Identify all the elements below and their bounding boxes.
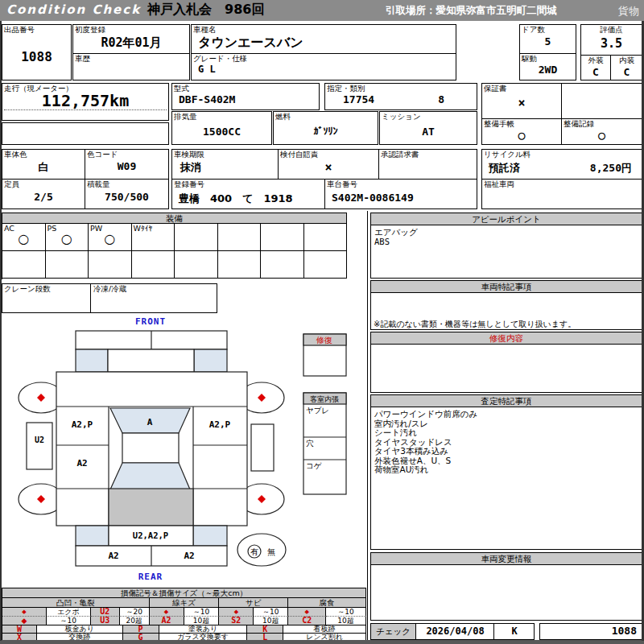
grade-value: G L — [198, 64, 216, 75]
appeal-points-section: アピールポイント エアバッグ ABS — [370, 213, 642, 279]
transmission-cell: ミッション AT — [379, 111, 477, 145]
maintenance-book-value: ○ — [482, 128, 561, 142]
freezer-half: 冷凍/冷蔵 — [92, 284, 217, 312]
presence-ellipse — [237, 534, 286, 566]
lot-number-cell: 出品番号 1088 — [2, 24, 72, 80]
capacity-label: 定員 — [4, 180, 19, 190]
insurance-value: × — [279, 160, 378, 175]
front-left-door-mark: A2,P — [72, 419, 93, 430]
exterior-interior-cell: 外装 C 内装 C — [580, 55, 642, 80]
equipment-cell-empty — [89, 251, 132, 279]
vehicle-notes-section: 車両特記事項 ※記載のない書類・機器等は無しとして取り扱います。 — [370, 280, 642, 330]
damage-legend-table: 損傷記号＆損傷サイズ（～最大cm） 凸凹・亀裂 線キズ サビ 腐食 ◆ エクボ … — [2, 588, 366, 625]
legend-value: ～10 — [254, 608, 288, 617]
drive-value: 2WD — [520, 64, 576, 76]
cargo-roof — [109, 489, 193, 526]
doors-label: ドア数 — [522, 25, 545, 35]
class-number: 17754 — [343, 93, 374, 105]
welfare-vehicle-cell: 福祉車両 — [481, 179, 642, 209]
chassis-number-value: S402M-0086149 — [332, 192, 414, 204]
color-code-cell: 色コード W09 — [85, 149, 169, 180]
change-info-header: 車両変更情報 — [371, 553, 642, 565]
body-color-value: 白 — [2, 160, 85, 175]
vehicle-notes-body: ※記載のない書類・機器等は無しとして取り扱います。 — [371, 293, 642, 330]
drive-cell: 駆動 2WD — [519, 53, 576, 80]
registration-number-cell: 登録番号 豊橋 400 て 1918 — [171, 179, 325, 209]
legend-group-scratch: 線キズ — [150, 598, 220, 608]
equipment-title: 装備 — [166, 213, 183, 223]
interior-trim-title: 客室内張 — [310, 395, 339, 403]
grade-cell: グレード・仕様 G L — [191, 53, 456, 80]
mileage-extra-cell — [2, 122, 169, 145]
condition-check-sheet: Condition Check 神戸入札会 986回 引取場所：愛知県弥富市五明… — [0, 0, 644, 644]
doors-value: 5 — [520, 35, 576, 47]
legend-group-corrosion: 腐食 — [288, 598, 366, 608]
rear-window — [110, 463, 190, 489]
model-code-value: DBF-S402M — [179, 93, 235, 105]
model-name-value: タウンエースバン — [198, 35, 303, 52]
repair-content-section: 修復内容 — [370, 332, 642, 393]
registration-number-value: 豊橋 400 て 1918 — [179, 192, 293, 206]
presence-yes: 有 — [250, 547, 258, 556]
legend-title: 損傷記号＆損傷サイズ（～最大cm） — [2, 588, 366, 598]
inspection-value: 抹消 — [180, 160, 201, 175]
equipment-grid: AC○ PS○ PW○ Wﾀｲﾔ — [2, 223, 347, 279]
diamond-icon: ◆ — [2, 608, 47, 617]
legend-code-k-desc: 看板跡 — [283, 625, 366, 634]
transmission-value: AT — [380, 126, 477, 138]
recycle-fee-label: リサイクル料 — [484, 150, 530, 160]
diamond-icon: ◆ — [219, 608, 254, 617]
mileage-value: 112,757km — [4, 91, 167, 110]
roof-front — [122, 433, 179, 463]
rear-corner-left — [76, 526, 109, 546]
history-label: 車歴 — [75, 54, 90, 64]
doors-cell: ドア数 5 — [519, 24, 576, 54]
maintenance-record-value: ○ — [562, 128, 642, 142]
equipment-mark: ○ — [89, 231, 131, 246]
check-date: 2026/04/08 — [417, 624, 494, 639]
change-info-section: 車両変更情報 — [370, 552, 642, 621]
left-slide-mark: U2 — [35, 436, 44, 444]
appeal-points-header: アピールポイント — [371, 213, 642, 225]
fuel-label: 燃料 — [275, 112, 291, 122]
rear-label: REAR — [138, 572, 163, 582]
assessment-line: パワーウインドウ前席のみ — [374, 410, 638, 419]
page-edge-left — [0, 21, 2, 641]
equipment-cell-empty — [132, 251, 175, 279]
windshield-mark: A — [147, 417, 153, 427]
class-sub-number: 8 — [438, 93, 444, 105]
hood — [108, 349, 194, 372]
fuel-value: ｶﾞｿﾘﾝ — [274, 126, 378, 137]
equipment-cell-pw: PW○ — [89, 224, 132, 251]
vehicle-notes-disclaimer: ※記載のない書類・機器等は無しとして取り扱います。 — [374, 320, 576, 329]
front-corner-left — [76, 349, 108, 372]
front-right-door-mark: A2,P — [209, 419, 231, 430]
legend-value: エクボ — [47, 608, 91, 617]
left-rear-panel-mark: A2 — [76, 458, 87, 469]
model-name-cell: 車種名 タウンエースバン — [191, 24, 456, 54]
load-capacity-label: 積載量 — [87, 180, 110, 190]
left-slide-panel — [27, 423, 52, 469]
equipment-cell-empty — [261, 251, 304, 279]
interior-trim-row3: コゲ — [306, 461, 322, 470]
exterior-half: 外装 C — [581, 56, 611, 80]
vehicle-category: 貨物 — [618, 4, 639, 19]
damage-diagram: FRONT REAR A A2,P A2,P A2 U2 U2,A2,P A2 … — [0, 316, 370, 586]
check-row: チェック 2026/04/08 K — [370, 623, 535, 640]
chassis-number-label: 車台番号 — [327, 180, 357, 190]
body-color-label: 車体色 — [4, 150, 27, 160]
load-capacity-value: 750/500 — [85, 191, 168, 203]
check-label: チェック — [371, 624, 416, 639]
color-code-label: 色コード — [87, 150, 118, 160]
maintenance-record-cell: 整備記録 ○ — [561, 118, 642, 145]
brand-logo: Condition Check — [6, 2, 141, 17]
exterior-value: C — [581, 66, 610, 78]
inspection-cell: 車検期限 抹消 — [171, 149, 279, 180]
interior-value: C — [612, 66, 642, 78]
assessment-notes-body: パワーウインドウ前席のみ 室内汚れ/スレ シート汚れ タイヤスタッドレス タイヤ… — [371, 407, 642, 477]
equipment-mark: ○ — [46, 231, 89, 246]
score-value: 3.5 — [581, 36, 642, 51]
legend-group-rust: サビ — [219, 598, 288, 608]
chassis-number-cell: 車台番号 S402M-0086149 — [324, 179, 477, 209]
assessment-notes-section: 査定特記事項 パワーウインドウ前席のみ 室内汚れ/スレ シート汚れ タイヤスタッ… — [370, 394, 642, 550]
